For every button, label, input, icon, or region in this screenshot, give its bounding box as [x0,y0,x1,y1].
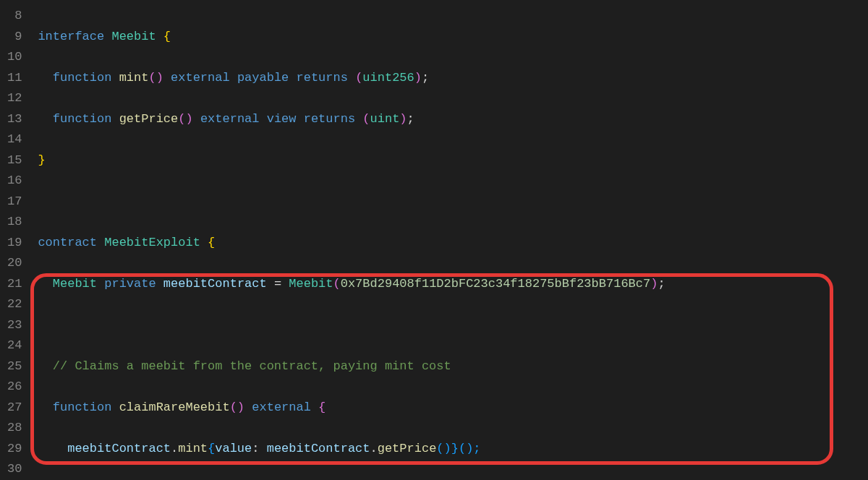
keyword: function [53,400,112,414]
line-number: 27 [7,398,22,419]
line-number: 24 [7,335,22,356]
paren: ()}(); [436,442,480,455]
keyword: external [252,400,311,414]
paren: ) [414,71,422,85]
code-line[interactable]: interface Meebit { [38,27,868,48]
paren: ( [355,71,362,85]
code-line[interactable]: function mint() external payable returns… [38,68,868,89]
code-line[interactable] [38,315,868,336]
punct: . [370,442,378,455]
keyword: interface [38,30,104,43]
paren: ( [362,112,370,126]
keyword: view [267,112,297,126]
function-name: getPrice [119,112,179,126]
keyword: function [53,71,112,85]
type-name: Meebit [53,277,97,291]
keyword: function [53,112,112,126]
line-number: 18 [7,212,22,233]
variable: meebitContract [163,277,267,291]
variable: meebitContract [267,442,370,455]
keyword: payable [237,71,289,85]
paren: () [148,71,163,85]
keyword: returns [297,71,348,85]
code-line[interactable]: contract MeebitExploit { [38,233,868,254]
function-name: mint [119,71,149,85]
type-name: Meebit [111,30,156,43]
variable: value [215,442,252,455]
punct: ; [407,112,414,126]
type-name: uint256 [362,71,414,85]
type-name: Meebit [289,277,333,291]
code-area[interactable]: interface Meebit { function mint() exter… [38,6,868,480]
keyword: returns [304,112,355,126]
line-number: 9 [7,27,22,48]
punct: ; [658,277,665,291]
line-number: 30 [7,459,22,480]
paren: () [230,400,244,414]
punct: : [252,442,259,455]
function-name: getPrice [378,442,437,455]
function-name: mint [178,442,208,455]
code-line[interactable]: } [38,150,868,171]
brace: { [318,400,326,414]
code-line[interactable]: function claimRareMeebit() external { [38,398,868,419]
paren: () [178,112,192,126]
line-number: 25 [7,356,22,377]
line-number: 12 [7,88,22,109]
code-line[interactable]: meebitContract.mint{value: meebitContrac… [38,439,868,460]
keyword: contract [38,236,97,249]
line-number: 28 [7,418,22,439]
code-line[interactable] [38,192,868,213]
line-number: 8 [7,6,22,27]
paren: ) [399,112,407,126]
number: 0x7Bd29408f11D2bFC23c34f18275bBf23bB716B… [341,277,650,291]
type-name: uint [370,112,400,126]
line-number: 11 [7,68,22,89]
variable: meebitContract [67,442,171,455]
line-number: 23 [7,315,22,336]
paren: ) [650,277,658,291]
punct: ; [422,71,429,85]
keyword: external [200,112,260,126]
code-line[interactable]: // Claims a meebit from the contract, pa… [38,356,868,377]
line-number: 14 [7,129,22,150]
brace: { [208,236,215,249]
keyword: external [171,71,230,85]
brace: { [163,30,171,43]
brace: { [208,442,215,455]
code-line[interactable]: Meebit private meebitContract = Meebit(0… [38,274,868,295]
code-line[interactable]: function getPrice() external view return… [38,109,868,130]
line-number: 15 [7,150,22,171]
comment: // Claims a meebit from the contract, pa… [53,359,451,373]
line-number: 19 [7,233,22,254]
line-number: 10 [7,47,22,68]
line-number: 21 [7,274,22,295]
keyword: private [104,277,156,291]
operator: = [274,277,281,291]
line-number-gutter: 8 9 10 11 12 13 14 15 16 17 18 19 20 21 … [0,6,38,480]
punct: . [171,442,178,455]
code-editor[interactable]: 8 9 10 11 12 13 14 15 16 17 18 19 20 21 … [0,0,868,480]
type-name: MeebitExploit [104,236,200,249]
paren: ( [333,277,341,291]
line-number: 29 [7,439,22,460]
brace: } [38,153,45,167]
line-number: 22 [7,294,22,315]
line-number: 13 [7,109,22,130]
line-number: 16 [7,171,22,192]
function-name: claimRareMeebit [119,400,230,414]
line-number: 17 [7,192,22,213]
line-number: 20 [7,253,22,274]
line-number: 26 [7,377,22,398]
